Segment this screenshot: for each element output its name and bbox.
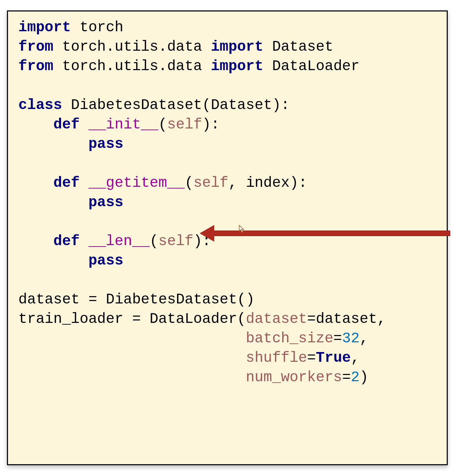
paren-close: ) bbox=[360, 369, 368, 386]
space bbox=[79, 175, 88, 191]
space bbox=[79, 233, 88, 250]
indent bbox=[18, 116, 53, 133]
keyword-class: class bbox=[18, 97, 62, 114]
param-index: index bbox=[246, 175, 289, 191]
indent bbox=[18, 369, 246, 386]
code-text: =dataset, bbox=[307, 311, 386, 327]
code-text: dataset = DiabetesDataset() bbox=[18, 291, 255, 308]
keyword-def: def bbox=[53, 116, 80, 133]
keyword-def: def bbox=[53, 175, 80, 191]
keyword-from: from bbox=[18, 39, 53, 55]
keyword-def: def bbox=[53, 233, 80, 250]
kwarg-shuffle: shuffle bbox=[246, 350, 307, 366]
param-self: self bbox=[193, 175, 228, 191]
param-self: self bbox=[167, 116, 202, 133]
keyword-from: from bbox=[18, 58, 53, 75]
number-32: 32 bbox=[342, 330, 360, 347]
space bbox=[79, 116, 88, 133]
keyword-import: import bbox=[211, 39, 263, 55]
comma: , bbox=[360, 330, 368, 347]
code-block-frame: import torch from torch.utils.data impor… bbox=[7, 10, 448, 465]
keyword-import: import bbox=[18, 19, 71, 36]
indent bbox=[18, 175, 53, 191]
code-text: torch bbox=[71, 19, 123, 36]
python-code: import torch from torch.utils.data impor… bbox=[8, 11, 447, 393]
code-text: Dataset bbox=[263, 39, 334, 55]
paren-close: ): bbox=[202, 116, 219, 133]
paren-open: ( bbox=[150, 233, 158, 250]
kwarg-dataset: dataset bbox=[246, 311, 307, 327]
paren-open: ( bbox=[158, 116, 167, 133]
kwarg-num-workers: num_workers bbox=[246, 369, 342, 386]
indent bbox=[18, 350, 246, 366]
code-text: DataLoader bbox=[263, 58, 360, 75]
dunder-len: __len__ bbox=[89, 233, 150, 250]
indent bbox=[18, 233, 53, 250]
param-self: self bbox=[158, 233, 193, 250]
keyword-import: import bbox=[211, 58, 263, 75]
paren-close: ): bbox=[289, 175, 307, 191]
dunder-getitem: __getitem__ bbox=[89, 175, 185, 191]
equals: = bbox=[342, 369, 351, 386]
indent bbox=[18, 136, 89, 152]
equals: = bbox=[307, 350, 316, 366]
keyword-pass: pass bbox=[89, 136, 124, 152]
dunder-init: __init__ bbox=[89, 116, 159, 133]
comma: , bbox=[228, 175, 246, 191]
bool-true: True bbox=[316, 350, 351, 366]
comma: , bbox=[351, 350, 360, 366]
number-2: 2 bbox=[351, 369, 360, 386]
indent bbox=[18, 330, 246, 347]
code-text: torch.utils.data bbox=[53, 58, 211, 75]
code-text: train_loader = DataLoader( bbox=[18, 311, 246, 327]
indent bbox=[18, 252, 89, 269]
equals: = bbox=[333, 330, 342, 347]
kwarg-batch-size: batch_size bbox=[246, 330, 333, 347]
indent bbox=[18, 194, 89, 211]
keyword-pass: pass bbox=[89, 194, 124, 211]
paren-open: ( bbox=[185, 175, 193, 191]
paren-close: ): bbox=[193, 233, 211, 250]
keyword-pass: pass bbox=[89, 252, 124, 269]
code-text: torch.utils.data bbox=[53, 39, 211, 55]
code-text: DiabetesDataset(Dataset): bbox=[62, 97, 289, 114]
